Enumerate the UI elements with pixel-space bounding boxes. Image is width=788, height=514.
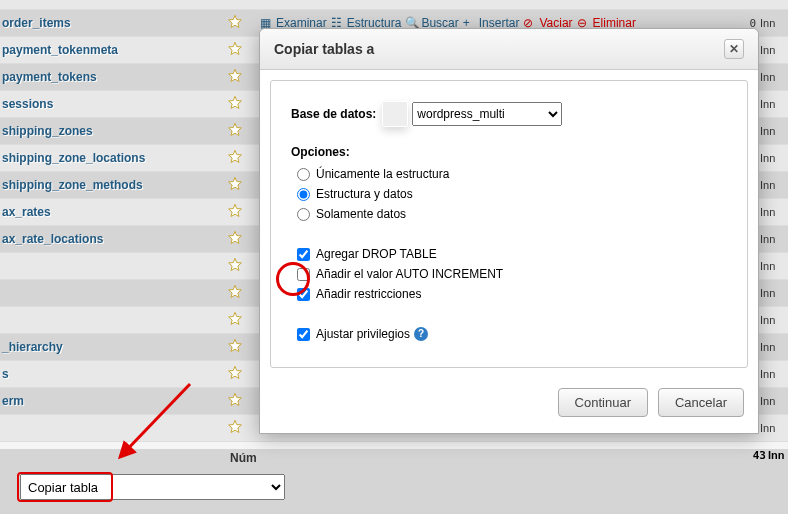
database-select[interactable]: wordpress_multi (412, 102, 562, 126)
favorite-star[interactable] (220, 68, 250, 87)
storage-engine: Inn (760, 314, 788, 326)
favorite-star[interactable] (220, 176, 250, 195)
table-name[interactable]: shipping_zone_locations (0, 151, 220, 165)
dialog-titlebar: Copiar tablas a ✕ (260, 29, 758, 70)
storage-engine: Inn (760, 422, 788, 434)
table-name[interactable]: order_items (0, 16, 220, 30)
checkbox-drop-table-label: Agregar DROP TABLE (316, 247, 437, 261)
favorite-star[interactable] (220, 14, 250, 33)
table-name[interactable]: payment_tokens (0, 70, 220, 84)
storage-engine: Inn (760, 98, 788, 110)
radio-structure-only[interactable] (297, 168, 310, 181)
radio-data-only[interactable] (297, 208, 310, 221)
favorite-star[interactable] (220, 338, 250, 357)
storage-engine: Inn (760, 17, 788, 29)
storage-engine: Inn (760, 233, 788, 245)
checkbox-auto-increment[interactable] (297, 268, 310, 281)
favorite-star[interactable] (220, 365, 250, 384)
checkbox-auto-increment-label: Añadir el valor AUTO INCREMENT (316, 267, 503, 281)
total-rows: 43 (753, 449, 766, 462)
radio-structure-and-data-label: Estructura y datos (316, 187, 413, 201)
table-name[interactable]: shipping_zones (0, 124, 220, 138)
dialog-close-button[interactable]: ✕ (724, 39, 744, 59)
favorite-star[interactable] (220, 284, 250, 303)
favorite-star[interactable] (220, 419, 250, 438)
storage-engine: Inn (760, 260, 788, 272)
favorite-star[interactable] (220, 41, 250, 60)
radio-structure-only-label: Únicamente la estructura (316, 167, 449, 181)
close-icon: ✕ (729, 42, 739, 56)
table-name[interactable]: shipping_zone_methods (0, 178, 220, 192)
favorite-star[interactable] (220, 311, 250, 330)
cancel-button[interactable]: Cancelar (658, 388, 744, 417)
favorite-star[interactable] (220, 203, 250, 222)
total-engine: Inn (768, 449, 788, 461)
checkbox-constraints-label: Añadir restricciones (316, 287, 421, 301)
help-icon[interactable]: ? (414, 327, 428, 341)
footer: Núm Copiar tabla (0, 449, 788, 514)
favorite-star[interactable] (220, 257, 250, 276)
storage-engine: Inn (760, 206, 788, 218)
storage-engine: Inn (760, 152, 788, 164)
column-header-num: Núm (230, 451, 257, 465)
storage-engine: Inn (760, 179, 788, 191)
dialog-body: Base de datos: wordpress_multi Opciones:… (270, 80, 748, 368)
radio-data-only-label: Solamente datos (316, 207, 406, 221)
favorite-star[interactable] (220, 95, 250, 114)
table-name[interactable]: ax_rates (0, 205, 220, 219)
table-name[interactable]: payment_tokenmeta (0, 43, 220, 57)
checkbox-privileges[interactable] (297, 328, 310, 341)
storage-engine: Inn (760, 287, 788, 299)
dialog-title-text: Copiar tablas a (274, 41, 374, 57)
table-name[interactable]: ax_rate_locations (0, 232, 220, 246)
storage-engine: Inn (760, 125, 788, 137)
table-name[interactable]: _hierarchy (0, 340, 220, 354)
table-name[interactable]: s (0, 367, 220, 381)
storage-engine: Inn (760, 368, 788, 380)
storage-engine: Inn (760, 341, 788, 353)
checkbox-constraints[interactable] (297, 288, 310, 301)
dialog-footer: Continuar Cancelar (260, 378, 758, 433)
storage-engine: Inn (760, 395, 788, 407)
favorite-star[interactable] (220, 149, 250, 168)
favorite-star[interactable] (220, 122, 250, 141)
table-name[interactable]: erm (0, 394, 220, 408)
options-heading: Opciones: (291, 145, 727, 159)
bulk-action-select[interactable]: Copiar tabla (20, 474, 285, 500)
favorite-star[interactable] (220, 392, 250, 411)
copy-tables-dialog: Copiar tablas a ✕ Base de datos: wordpre… (259, 28, 759, 434)
checkbox-privileges-label: Ajustar privilegios (316, 327, 410, 341)
database-label: Base de datos: (291, 107, 376, 121)
checkbox-drop-table[interactable] (297, 248, 310, 261)
database-icon (382, 101, 408, 127)
continue-button[interactable]: Continuar (558, 388, 648, 417)
radio-structure-and-data[interactable] (297, 188, 310, 201)
storage-engine: Inn (760, 44, 788, 56)
favorite-star[interactable] (220, 230, 250, 249)
table-name[interactable]: sessions (0, 97, 220, 111)
storage-engine: Inn (760, 71, 788, 83)
